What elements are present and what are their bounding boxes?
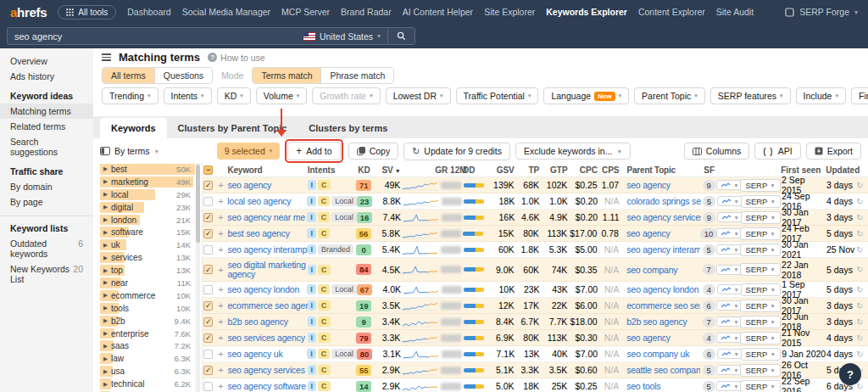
selected-count-dropdown[interactable]: 9 selected ▾ [217, 143, 280, 160]
sidebar-toggle-icon[interactable] [102, 53, 111, 61]
ahrefs-logo[interactable]: ahrefs [10, 5, 47, 20]
keyword-link[interactable]: seo agency software [227, 381, 306, 391]
parent-topic-link[interactable]: seo company [626, 265, 677, 275]
filter-intents[interactable]: Intents▾ [164, 87, 212, 104]
row-checkbox[interactable] [203, 350, 213, 359]
header-cps[interactable]: CPS [598, 165, 620, 175]
row-refresh-icon[interactable]: ↻ [856, 265, 868, 274]
serp-dropdown-button[interactable]: SERP▼ [740, 263, 780, 276]
parent-topic-link[interactable]: colorado springs seo [627, 196, 701, 206]
expand-triangle-icon[interactable]: ▶ [103, 292, 108, 299]
expand-triangle-icon[interactable]: ▶ [103, 279, 108, 286]
expand-triangle-icon[interactable]: ▶ [103, 317, 108, 324]
serp-dropdown-button[interactable]: SERP▼ [740, 227, 780, 240]
row-checkbox[interactable]: ✓ [203, 181, 213, 190]
expand-triangle-icon[interactable]: ▶ [103, 356, 108, 362]
header-parent-topic[interactable]: Parent Topic [620, 165, 701, 175]
term-row[interactable]: ▶enterprise7.6K [100, 328, 195, 340]
row-refresh-icon[interactable]: ↻ [856, 317, 868, 327]
serp-dropdown-button[interactable]: SERP▼ [740, 244, 780, 256]
sidebar-item-overview[interactable]: Overview [0, 53, 93, 69]
filter-kd[interactable]: KD▾ [217, 87, 251, 104]
topnav-item-site-explorer[interactable]: Site Explorer [484, 7, 535, 17]
serp-dropdown-button[interactable]: SERP▼ [741, 211, 781, 224]
term-row[interactable]: ▶b2b9.4K [100, 315, 195, 328]
term-row[interactable]: ▶uk14K [100, 238, 195, 251]
trend-chart-button[interactable]: ▼ [716, 333, 743, 343]
parent-topic-link[interactable]: ecommerce seo services [626, 300, 700, 311]
search-button[interactable] [387, 28, 415, 44]
parent-topic-link[interactable]: seattle seo company [626, 365, 700, 375]
trend-chart-button[interactable]: ▼ [716, 316, 743, 327]
tab-clusters-by-parent-topic[interactable]: Clusters by Parent Topic [167, 118, 298, 138]
header-keyword[interactable]: Keyword [227, 165, 307, 175]
keyword-link[interactable]: seo services agency [227, 333, 304, 343]
header-gr12m[interactable]: GR 12M [439, 165, 463, 175]
tab-phrase-match[interactable]: Phrase match [320, 68, 393, 83]
filter-serp-features[interactable]: SERP features▾ [710, 87, 791, 104]
parent-topic-link[interactable]: seo agency [626, 228, 670, 238]
row-refresh-icon[interactable]: ↻ [856, 229, 868, 238]
trend-chart-button[interactable]: ▼ [716, 381, 743, 391]
serp-dropdown-button[interactable]: SERP▼ [741, 195, 781, 208]
expand-triangle-icon[interactable]: ▶ [103, 381, 108, 388]
term-row[interactable]: ▶services13K [100, 251, 195, 264]
tab-all-terms[interactable]: All terms [103, 68, 154, 83]
add-keyword-plus[interactable]: + [214, 381, 228, 391]
copy-button[interactable]: Copy [348, 143, 399, 160]
parent-topic-link[interactable]: seo agency london [627, 284, 699, 294]
row-checkbox[interactable] [203, 245, 213, 255]
add-to-button[interactable]: +Add to [287, 142, 340, 160]
topnav-item-mcp-server[interactable]: MCP Server [281, 7, 330, 17]
header-dd[interactable]: DD [463, 165, 485, 175]
row-checkbox[interactable]: ✓ [203, 213, 213, 222]
row-refresh-icon[interactable]: ↻ [856, 333, 868, 343]
expand-triangle-icon[interactable]: ▶ [103, 178, 108, 185]
add-keyword-plus[interactable]: + [214, 349, 228, 359]
term-row[interactable]: ▶law6.3K [100, 352, 195, 365]
keyword-search-input[interactable] [8, 31, 297, 42]
keyword-link[interactable]: seo agency london [227, 284, 299, 294]
keyword-link[interactable]: seo agency near me [227, 212, 305, 222]
keyword-link[interactable]: seo digital marketing agency [227, 260, 305, 279]
filter-trending[interactable]: Trending▾ [102, 87, 159, 104]
serp-dropdown-button[interactable]: SERP▼ [740, 380, 780, 392]
filter-parent-topic[interactable]: Parent Topic▾ [634, 87, 705, 104]
trend-chart-button[interactable]: ▼ [717, 212, 743, 222]
expand-triangle-icon[interactable]: ▶ [103, 229, 108, 236]
term-row[interactable]: ▶tools10K [100, 302, 195, 315]
header-sv[interactable]: SV▼ [374, 165, 400, 175]
trend-chart-button[interactable]: ▼ [716, 365, 743, 375]
topnav-item-social-media-manager[interactable]: Social Media Manager [182, 7, 270, 17]
add-keyword-plus[interactable]: + [214, 212, 228, 222]
trend-chart-button[interactable]: ▼ [717, 349, 743, 359]
trend-chart-button[interactable]: ▼ [716, 244, 743, 255]
filter-first-seen[interactable]: First seen▾ [851, 87, 868, 104]
term-row[interactable]: ▶top13K [100, 264, 195, 277]
term-row[interactable]: ▶best50K [100, 163, 195, 176]
term-row[interactable]: ▶software15K [100, 226, 195, 238]
sidebar-item-by-page[interactable]: By page [0, 194, 93, 210]
header-updated[interactable]: Updated [826, 165, 856, 175]
add-keyword-plus[interactable]: + [214, 180, 228, 190]
keyword-link[interactable]: seo agency interamplify [227, 244, 307, 255]
keyword-link[interactable]: seo agency services [227, 365, 304, 375]
tab-keywords[interactable]: Keywords [100, 118, 167, 138]
sidebar-item-by-domain[interactable]: By domain [0, 179, 93, 194]
header-tp[interactable]: TP [515, 165, 539, 175]
serp-dropdown-button[interactable]: SERP▼ [741, 348, 781, 361]
filter-lowest-dr[interactable]: Lowest DR▾ [386, 87, 451, 104]
row-checkbox[interactable] [203, 197, 213, 206]
add-keyword-plus[interactable]: + [214, 244, 228, 255]
row-refresh-icon[interactable]: ↻ [856, 350, 868, 359]
row-checkbox[interactable]: ✓ [203, 366, 213, 375]
term-row[interactable]: ▶technical6.2K [100, 378, 195, 390]
expand-triangle-icon[interactable]: ▶ [103, 242, 108, 249]
serp-forge-menu[interactable]: SERP Forge ▾ [785, 7, 858, 17]
trend-chart-button[interactable]: ▼ [716, 300, 743, 311]
row-checkbox[interactable]: ✓ [203, 333, 213, 343]
add-keyword-plus[interactable]: + [214, 284, 228, 294]
expand-triangle-icon[interactable]: ▶ [103, 368, 108, 375]
expand-triangle-icon[interactable]: ▶ [103, 191, 108, 198]
topnav-item-brand-radar[interactable]: Brand Radar [341, 7, 392, 17]
